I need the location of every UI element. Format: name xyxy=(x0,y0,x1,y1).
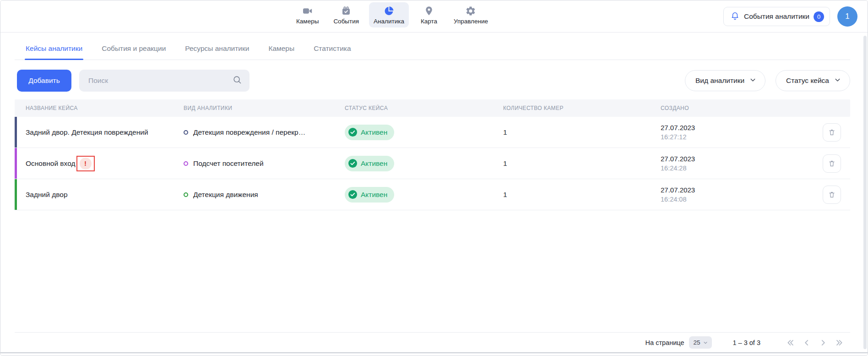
nav-label: Карта xyxy=(421,18,437,25)
range-label: 1 – 3 of 3 xyxy=(733,339,760,346)
delete-case-button[interactable] xyxy=(823,186,841,204)
pie-chart-icon xyxy=(383,5,395,16)
chevron-down-icon xyxy=(834,76,841,86)
analytics-type-filter[interactable]: Вид аналитики xyxy=(685,70,765,91)
per-page-value: 25 xyxy=(694,339,700,346)
nav-label: Управление xyxy=(454,18,488,25)
analytics-type-icon xyxy=(184,130,188,135)
toolbar: Добавить Вид аналитики Статус кейса xyxy=(15,70,850,92)
created-date: 27.07.2023 xyxy=(661,186,814,195)
created-time: 16:24:08 xyxy=(661,195,814,204)
analytics-type-icon xyxy=(184,161,188,166)
nav-item-events[interactable]: События xyxy=(329,2,363,27)
status-badge: Активен xyxy=(345,187,394,203)
tab-cameras[interactable]: Камеры xyxy=(268,44,294,60)
pager xyxy=(784,337,846,349)
double-chevron-left-icon xyxy=(785,338,795,348)
scrollbar[interactable] xyxy=(863,36,867,349)
analytics-tabs: Кейсы аналитики События и реакции Ресурс… xyxy=(15,33,850,60)
column-header-created: СОЗДАНО xyxy=(652,105,814,111)
top-bar: Камеры События Аналитика Карта Управлени… xyxy=(0,0,868,33)
cases-table: НАЗВАНИЕ КЕЙСА ВИД АНАЛИТИКИ СТАТУС КЕЙС… xyxy=(15,99,850,210)
gear-icon xyxy=(465,5,476,16)
video-camera-icon xyxy=(302,5,313,16)
camera-count: 1 xyxy=(495,128,652,137)
case-name: Задний двор xyxy=(26,191,68,199)
warning-exclamation-icon: ! xyxy=(80,158,92,170)
case-status-filter-label: Статус кейса xyxy=(786,77,829,85)
created-time: 16:27:12 xyxy=(661,132,814,142)
window-bottom-edge xyxy=(0,352,868,356)
double-chevron-right-icon xyxy=(835,338,845,348)
status-badge: Активен xyxy=(345,156,394,171)
calendar-check-icon xyxy=(341,5,352,16)
map-pin-icon xyxy=(423,5,434,16)
row-accent-bar xyxy=(15,148,17,179)
user-avatar[interactable]: 1 xyxy=(837,6,857,27)
check-circle-icon xyxy=(348,128,357,137)
row-accent-bar xyxy=(15,179,17,210)
analytics-type-label: Детекция движения xyxy=(193,191,258,199)
camera-count: 1 xyxy=(495,191,652,199)
nav-label: События xyxy=(333,18,359,25)
previous-page-button[interactable] xyxy=(801,337,813,349)
tab-events-and-reactions[interactable]: События и реакции xyxy=(102,44,166,60)
nav-item-map[interactable]: Карта xyxy=(414,2,444,27)
column-header-camera-count: КОЛИЧЕСТВО КАМЕР xyxy=(495,105,652,111)
empty-space xyxy=(15,210,850,332)
per-page-select[interactable]: 25 xyxy=(689,336,712,349)
search-icon[interactable] xyxy=(232,75,242,87)
first-page-button[interactable] xyxy=(784,337,796,349)
table-header: НАЗВАНИЕ КЕЙСА ВИД АНАЛИТИКИ СТАТУС КЕЙС… xyxy=(15,99,850,117)
created-time: 16:24:28 xyxy=(661,164,814,173)
column-header-analytics-type: ВИД АНАЛИТИКИ xyxy=(175,105,336,111)
table-row[interactable]: Задний двор Детекция движения Активен 1 … xyxy=(15,179,850,210)
top-bar-right: События аналитики 0 1 xyxy=(723,6,857,27)
status-label: Активен xyxy=(361,128,387,137)
check-circle-icon xyxy=(348,159,357,168)
chevron-down-icon xyxy=(749,76,757,86)
table-row[interactable]: Основной вход ! Подсчет посетителей Акти… xyxy=(15,148,850,179)
nav-item-analytics[interactable]: Аналитика xyxy=(369,2,409,27)
analytics-type-filter-label: Вид аналитики xyxy=(695,77,744,85)
status-label: Активен xyxy=(361,191,387,199)
status-badge: Активен xyxy=(345,125,394,140)
delete-case-button[interactable] xyxy=(823,123,841,142)
main-navigation: Камеры События Аналитика Карта Управлени… xyxy=(292,2,493,27)
analytics-events-button[interactable]: События аналитики 0 xyxy=(723,7,830,26)
chevron-down-icon xyxy=(703,340,708,345)
analytics-type-label: Детекция повреждения / перекр… xyxy=(193,128,305,137)
nav-label: Аналитика xyxy=(374,18,404,25)
nav-item-management[interactable]: Управление xyxy=(449,2,493,27)
tab-analytics-cases[interactable]: Кейсы аналитики xyxy=(26,44,82,60)
check-circle-icon xyxy=(348,190,357,199)
column-header-case-name: НАЗВАНИЕ КЕЙСА xyxy=(15,105,175,111)
analytics-type-label: Подсчет посетителей xyxy=(193,159,264,168)
search-box xyxy=(79,70,250,92)
camera-count: 1 xyxy=(495,159,652,168)
table-row[interactable]: Задний двор. Детекция повреждений Детекц… xyxy=(15,117,850,148)
last-page-button[interactable] xyxy=(834,337,846,349)
created-date: 27.07.2023 xyxy=(661,123,814,132)
trash-icon xyxy=(828,128,836,137)
delete-case-button[interactable] xyxy=(823,154,841,173)
tab-analytics-resources[interactable]: Ресурсы аналитики xyxy=(185,44,249,60)
add-case-button[interactable]: Добавить xyxy=(17,70,71,92)
case-name: Задний двор. Детекция повреждений xyxy=(26,128,148,137)
case-status-filter[interactable]: Статус кейса xyxy=(776,70,850,91)
alert-annotation-box: ! xyxy=(76,156,95,171)
trash-icon xyxy=(828,191,836,199)
chevron-right-icon xyxy=(818,338,828,348)
events-count-badge: 0 xyxy=(814,11,824,22)
column-header-case-status: СТАТУС КЕЙСА xyxy=(336,105,495,111)
search-input[interactable] xyxy=(88,77,232,85)
next-page-button[interactable] xyxy=(817,337,829,349)
analytics-type-icon xyxy=(184,192,188,197)
per-page-label: На странице xyxy=(646,339,684,346)
created-date: 27.07.2023 xyxy=(661,154,814,164)
nav-label: Камеры xyxy=(296,18,319,25)
chevron-left-icon xyxy=(802,338,812,348)
nav-item-cameras[interactable]: Камеры xyxy=(292,2,323,27)
tab-statistics[interactable]: Статистика xyxy=(314,44,351,60)
pagination-footer: На странице 25 1 – 3 of 3 xyxy=(15,332,850,352)
